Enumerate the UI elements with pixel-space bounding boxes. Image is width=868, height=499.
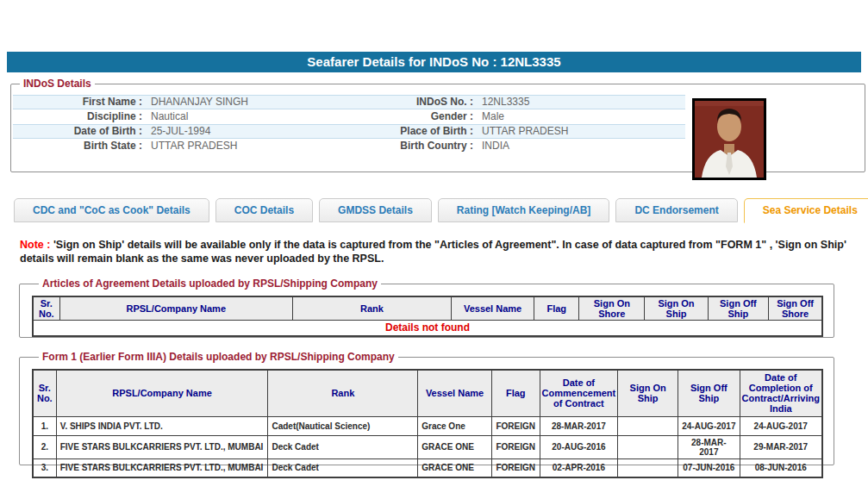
details-not-found-message: Details not found: [33, 321, 822, 336]
gender-label: Gender :: [315, 110, 473, 123]
col-rpsl-company-name: RPSL/Company Name: [56, 370, 268, 416]
col-sr-no: Sr. No.: [33, 296, 59, 321]
company-name: V. SHIPS INDIA PVT. LTD.: [56, 416, 268, 435]
articles-legend: Articles of Agreement Details uploaded b…: [39, 278, 381, 290]
date-of-completion: 29-MAR-2017: [740, 435, 822, 458]
col-sign-off-ship: Sign Off Ship: [708, 296, 769, 321]
tab-coc-details[interactable]: COC Details: [215, 198, 313, 222]
form1-row-1: 1. V. SHIPS INDIA PVT. LTD. Cadet(Nautic…: [33, 416, 822, 435]
rank: Cadet(Nautical Science): [268, 416, 418, 435]
col-rpsl-company-name: RPSL/Company Name: [59, 296, 292, 321]
first-name-label: First Name :: [13, 96, 142, 109]
date-of-commencement: 20-AUG-2016: [540, 435, 618, 458]
note-text: Note : 'Sign on Ship' details will be av…: [20, 238, 849, 265]
gender-value: Male: [473, 110, 685, 123]
col-sign-on-shore: Sign On Shore: [579, 296, 645, 321]
indos-row: Date of Birth : 25-JUL-1994 Place of Bir…: [13, 124, 685, 139]
articles-of-agreement-section: Articles of Agreement Details uploaded b…: [19, 278, 834, 338]
first-name-value: DHANANJAY SINGH: [142, 96, 315, 109]
sr-no: 1.: [33, 416, 56, 435]
page-title: Seafarer Details for INDoS No : 12NL3335: [7, 52, 861, 72]
col-vessel-name: Vessel Name: [418, 370, 492, 416]
tab-cdc-coc-as-cook-details[interactable]: CDC and "CoC as Cook" Details: [14, 198, 209, 222]
birth-state-label: Birth State :: [13, 140, 142, 153]
note-body: 'Sign on Ship' details will be available…: [20, 239, 846, 265]
date-of-commencement: 02-APR-2016: [540, 458, 618, 477]
rank: Deck Cadet: [268, 435, 418, 458]
col-rank: Rank: [292, 296, 451, 321]
col-flag: Flag: [534, 296, 579, 321]
flag: FOREIGN: [491, 416, 540, 435]
rank: Deck Cadet: [268, 458, 418, 477]
birth-country-value: INDIA: [473, 140, 685, 153]
vessel-name: Grace One: [418, 416, 492, 435]
sign-off-ship: 07-JUN-2016: [678, 458, 740, 477]
date-of-birth-value: 25-JUL-1994: [142, 125, 315, 138]
col-sign-on-ship: Sign On Ship: [618, 370, 678, 416]
tab-gmdss-details[interactable]: GMDSS Details: [319, 198, 432, 222]
discipline-value: Nautical: [142, 110, 315, 123]
col-rank: Rank: [268, 370, 418, 416]
col-date-of-completion: Date of Completion of Contract/Arriving …: [740, 370, 822, 416]
flag: FOREIGN: [491, 458, 540, 477]
sign-off-ship: 28-MAR-2017: [678, 435, 740, 458]
seafarer-photo: [692, 98, 766, 180]
sr-no: 3.: [33, 458, 56, 477]
sign-on-ship: [618, 416, 678, 435]
col-flag: Flag: [491, 370, 540, 416]
indos-details-grid: First Name : DHANANJAY SINGH INDoS No. :…: [13, 95, 685, 153]
sign-off-ship: 24-AUG-2017: [678, 416, 740, 435]
form1-section: Form 1 (Earlier Form IIIA) Details uploa…: [19, 351, 834, 465]
vessel-name: GRACE ONE: [418, 435, 492, 458]
flag: FOREIGN: [491, 435, 540, 458]
col-sign-on-ship: Sign On Ship: [645, 296, 708, 321]
place-of-birth-label: Place of Birth :: [315, 125, 473, 138]
tab-dc-endorsement[interactable]: DC Endorsement: [615, 198, 737, 222]
date-of-completion: 24-AUG-2017: [740, 416, 822, 435]
tab-sea-service-details[interactable]: Sea Service Details: [744, 198, 868, 223]
birth-country-label: Birth Country :: [315, 140, 473, 153]
col-date-of-commencement: Date of Commencement of Contract: [540, 370, 618, 416]
company-name: FIVE STARS BULKCARRIERS PVT. LTD., MUMBA…: [56, 458, 268, 477]
vessel-name: GRACE ONE: [418, 458, 492, 477]
detail-tabs: CDC and "CoC as Cook" Details COC Detail…: [14, 198, 868, 223]
indos-row: Discipline : Nautical Gender : Male: [13, 109, 685, 124]
company-name: FIVE STARS BULKCARRIERS PVT. LTD., MUMBA…: [56, 435, 268, 458]
indos-details-section: INDoS Details First Name : DHANANJAY SIN…: [10, 78, 865, 172]
indos-row: Birth State : UTTAR PRADESH Birth Countr…: [13, 139, 685, 153]
date-of-birth-label: Date of Birth :: [13, 125, 142, 138]
form1-row-3: 3. FIVE STARS BULKCARRIERS PVT. LTD., MU…: [33, 458, 822, 477]
date-of-completion: 08-JUN-2016: [740, 458, 822, 477]
indos-details-legend: INDoS Details: [20, 78, 95, 90]
articles-table: Sr. No. RPSL/Company Name Rank Vessel Na…: [32, 296, 823, 337]
indos-row: First Name : DHANANJAY SINGH INDoS No. :…: [13, 95, 685, 109]
indos-no-label: INDoS No. :: [315, 96, 473, 109]
date-of-commencement: 28-MAR-2017: [540, 416, 618, 435]
seafarer-details-page: Seafarer Details for INDoS No : 12NL3335…: [0, 0, 868, 499]
col-sign-off-ship: Sign Off Ship: [678, 370, 740, 416]
col-sr-no: Sr. No.: [33, 370, 56, 416]
articles-header-row: Sr. No. RPSL/Company Name Rank Vessel Na…: [33, 296, 822, 321]
sign-on-ship: [618, 458, 678, 477]
note-label: Note :: [20, 239, 50, 251]
tab-rating-watch-keeping-ab[interactable]: Rating [Watch Keeping/AB]: [438, 198, 610, 222]
sr-no: 2.: [33, 435, 56, 458]
form1-header-row: Sr. No. RPSL/Company Name Rank Vessel Na…: [33, 370, 822, 416]
sign-on-ship: [618, 435, 678, 458]
place-of-birth-value: UTTAR PRADESH: [473, 125, 685, 138]
col-vessel-name: Vessel Name: [451, 296, 534, 321]
birth-state-value: UTTAR PRADESH: [142, 140, 315, 153]
col-sign-off-shore: Sign Off Shore: [769, 296, 822, 321]
articles-empty-row: Details not found: [33, 321, 822, 336]
form1-legend: Form 1 (Earlier Form IIIA) Details uploa…: [39, 351, 398, 363]
form1-row-2: 2. FIVE STARS BULKCARRIERS PVT. LTD., MU…: [33, 435, 822, 458]
indos-no-value: 12NL3335: [473, 96, 685, 109]
discipline-label: Discipline :: [13, 110, 142, 123]
form1-table: Sr. No. RPSL/Company Name Rank Vessel Na…: [32, 369, 823, 478]
